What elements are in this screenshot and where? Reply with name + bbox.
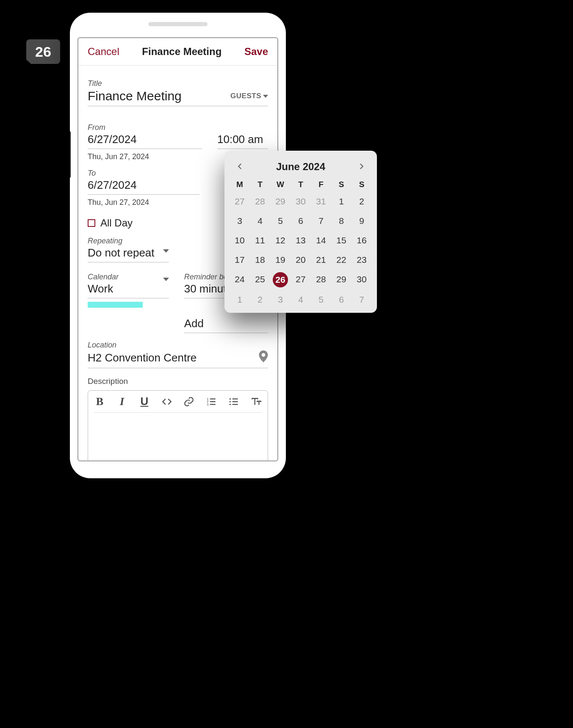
checkbox-icon xyxy=(88,219,95,227)
calendar-day[interactable]: 19 xyxy=(270,253,291,267)
calendar-day[interactable]: 8 xyxy=(331,214,352,228)
calendar-day[interactable]: 21 xyxy=(311,253,331,267)
calendar-day[interactable]: 5 xyxy=(311,292,331,307)
calendar-weekday: M xyxy=(230,180,250,189)
from-label: From xyxy=(88,123,202,132)
calendar-day[interactable]: 13 xyxy=(291,233,311,248)
calendar-day[interactable]: 6 xyxy=(291,214,311,228)
calendar-weekday: S xyxy=(352,180,372,189)
map-pin-icon[interactable] xyxy=(259,350,268,365)
svg-point-8 xyxy=(230,403,231,405)
badge-day: 26 xyxy=(35,44,51,60)
calendar-day[interactable]: 10 xyxy=(230,233,250,248)
calendar-day[interactable]: 2 xyxy=(250,292,270,307)
calendar-weekday: T xyxy=(291,180,311,189)
calendar-day[interactable]: 25 xyxy=(250,272,270,287)
cancel-button[interactable]: Cancel xyxy=(88,46,119,58)
link-icon[interactable] xyxy=(183,396,195,407)
calendar-day[interactable]: 11 xyxy=(250,233,270,248)
calendar-day[interactable]: 17 xyxy=(230,253,250,267)
screen-title: Finance Meeting xyxy=(142,46,221,58)
calendar-weekday: S xyxy=(331,180,352,189)
from-time-input[interactable]: 10:00 am xyxy=(217,133,268,149)
navbar: Cancel Finance Meeting Save xyxy=(78,38,277,66)
underline-icon[interactable]: U xyxy=(139,395,150,408)
calendar-day[interactable]: 7 xyxy=(352,292,372,307)
ordered-list-icon[interactable]: 123 xyxy=(206,396,217,407)
calendar-weekday: T xyxy=(250,180,270,189)
guests-label: GUESTS xyxy=(230,92,261,100)
svg-text:3: 3 xyxy=(207,402,208,406)
to-date-input[interactable]: 6/27/2024 xyxy=(88,179,199,195)
location-input[interactable]: H2 Convention Centre xyxy=(88,351,197,364)
description-label: Description xyxy=(88,377,268,386)
calendar-value: Work xyxy=(88,282,113,295)
from-weekday: Thu, Jun 27, 2024 xyxy=(88,152,202,161)
guests-button[interactable]: GUESTS xyxy=(230,92,268,100)
italic-icon[interactable]: I xyxy=(116,395,128,408)
calendar-day[interactable]: 30 xyxy=(291,194,311,209)
calendar-day[interactable]: 31 xyxy=(311,194,331,209)
title-row: Finance Meeting GUESTS xyxy=(88,89,268,106)
bullet-list-icon[interactable] xyxy=(228,396,240,407)
calendar-day[interactable]: 29 xyxy=(270,194,291,209)
calendar-day[interactable]: 20 xyxy=(291,253,311,267)
title-input[interactable]: Finance Meeting xyxy=(88,89,182,103)
calendar-weekday: W xyxy=(270,180,291,189)
from-time-label xyxy=(217,123,268,132)
calendar-day[interactable]: 26 xyxy=(273,272,288,287)
next-month-button[interactable] xyxy=(354,158,368,175)
calendar-day[interactable]: 16 xyxy=(352,233,372,248)
calendar-day[interactable]: 9 xyxy=(352,214,372,228)
calendar-day[interactable]: 3 xyxy=(270,292,291,307)
calendar-weekday: F xyxy=(311,180,331,189)
chevron-down-icon xyxy=(163,249,169,253)
chevron-down-icon xyxy=(163,278,169,281)
calendar-day[interactable]: 28 xyxy=(311,272,331,287)
repeating-label: Repeating xyxy=(88,237,169,245)
description-editor[interactable]: B I U 123 xyxy=(88,390,268,461)
calendar-day[interactable]: 27 xyxy=(291,272,311,287)
calendar-label: Calendar xyxy=(88,273,169,281)
calendar-day[interactable]: 12 xyxy=(270,233,291,248)
location-row: H2 Convention Centre xyxy=(88,350,268,368)
calendar-day[interactable]: 27 xyxy=(230,194,250,209)
from-date-value: 6/27/2024 xyxy=(88,133,137,146)
calendar-day[interactable]: 5 xyxy=(270,214,291,228)
chevron-down-icon xyxy=(263,95,268,98)
calendar-day[interactable]: 6 xyxy=(331,292,352,307)
calendar-day[interactable]: 24 xyxy=(230,272,250,287)
calendar-day[interactable]: 4 xyxy=(250,214,270,228)
from-date-input[interactable]: 6/27/2024 xyxy=(88,133,202,149)
calendar-day[interactable]: 15 xyxy=(331,233,352,248)
text-size-icon[interactable] xyxy=(250,396,262,407)
app-date-badge: 26 xyxy=(26,39,60,64)
calendar-grid: MTWTFSS272829303112345678910111213141516… xyxy=(230,180,372,307)
all-day-label: All Day xyxy=(100,217,133,229)
calendar-day[interactable]: 2 xyxy=(352,194,372,209)
calendar-day[interactable]: 1 xyxy=(331,194,352,209)
calendar-day[interactable]: 30 xyxy=(352,272,372,287)
from-time-value: 10:00 am xyxy=(217,133,263,146)
calendar-day[interactable]: 4 xyxy=(291,292,311,307)
calendar-day[interactable]: 28 xyxy=(250,194,270,209)
save-button[interactable]: Save xyxy=(244,46,268,58)
repeating-select[interactable]: Do not repeat xyxy=(88,246,169,262)
calendar-day[interactable]: 7 xyxy=(311,214,331,228)
calendar-select[interactable]: Work xyxy=(88,282,169,298)
calendar-day[interactable]: 18 xyxy=(250,253,270,267)
calendar-day[interactable]: 29 xyxy=(331,272,352,287)
to-date-value: 6/27/2024 xyxy=(88,179,137,192)
calendar-day[interactable]: 1 xyxy=(230,292,250,307)
reminder-add-label: Add xyxy=(184,317,204,330)
reminder-add-button[interactable]: Add xyxy=(184,317,268,333)
calendar-day[interactable]: 23 xyxy=(352,253,372,267)
prev-month-button[interactable] xyxy=(233,158,247,175)
title-label: Title xyxy=(88,79,268,88)
calendar-day[interactable]: 14 xyxy=(311,233,331,248)
calendar-day[interactable]: 3 xyxy=(230,214,250,228)
code-icon[interactable] xyxy=(161,396,172,407)
bold-icon[interactable]: B xyxy=(94,395,105,408)
calendar-day[interactable]: 22 xyxy=(331,253,352,267)
date-picker-popup: June 2024 MTWTFSS27282930311234567891011… xyxy=(224,151,377,313)
